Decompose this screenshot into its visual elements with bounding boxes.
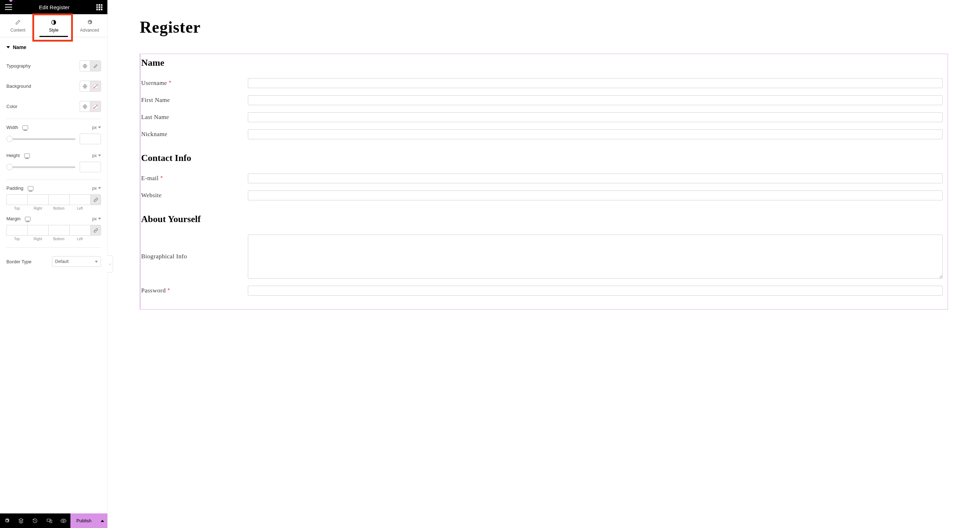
form-section: About YourselfBiographical Info Password… (140, 210, 948, 306)
editor-tabs: Content Style Advanced (0, 14, 107, 37)
preview-canvas: Register NameUsername *First Name Last N… (108, 0, 980, 528)
bottom-toolbar: Publish (0, 514, 107, 528)
unit-label: px (92, 125, 97, 130)
chevron-down-icon (95, 261, 98, 263)
globe-icon[interactable] (80, 61, 90, 71)
field-label: Last Name (141, 114, 241, 121)
padding-right-input[interactable] (27, 194, 48, 205)
height-input[interactable] (80, 162, 101, 172)
padding-left-input[interactable] (69, 194, 90, 205)
field-input[interactable] (248, 235, 943, 279)
settings-button[interactable] (0, 514, 14, 528)
form-section: Contact InfoE-mail *Website (140, 149, 948, 210)
responsive-icon[interactable] (24, 154, 30, 158)
margin-unit-selector[interactable]: px (92, 216, 101, 221)
side-label: Right (34, 237, 42, 241)
padding-unit-selector[interactable]: px (92, 186, 101, 191)
preview-button[interactable] (56, 514, 70, 528)
divider (6, 119, 101, 119)
notification-dot (9, 0, 13, 2)
color-controls (80, 101, 101, 112)
tab-advanced[interactable]: Advanced (72, 14, 107, 37)
height-slider-row (6, 160, 101, 177)
typography-controls (80, 60, 101, 71)
height-unit-selector[interactable]: px (92, 153, 101, 158)
height-row: Height px (6, 149, 101, 160)
apps-icon[interactable] (96, 4, 102, 10)
form-field: Last Name (140, 109, 948, 126)
link-values-button[interactable] (90, 225, 101, 236)
color-picker-button[interactable] (90, 101, 101, 112)
tab-style[interactable]: Style (36, 14, 72, 37)
unit-label: px (92, 153, 97, 158)
section-header-name[interactable]: Name (6, 37, 101, 56)
width-slider-row (6, 132, 101, 149)
sidebar-header: Edit Register (0, 0, 107, 14)
field-input[interactable] (248, 95, 943, 105)
publish-options-button[interactable] (97, 520, 107, 522)
color-row: Color (6, 96, 101, 117)
field-input[interactable] (248, 112, 943, 122)
field-input[interactable] (248, 286, 943, 296)
width-slider[interactable] (6, 135, 75, 143)
history-button[interactable] (28, 514, 42, 528)
form-heading: Contact Info (140, 149, 948, 170)
border-type-select[interactable]: Default (52, 256, 101, 267)
border-type-label: Border Type (6, 259, 32, 264)
navigator-button[interactable] (14, 514, 29, 528)
collapse-sidebar-button[interactable]: ‹ (107, 255, 113, 273)
margin-right-input[interactable] (27, 225, 48, 236)
padding-bottom-input[interactable] (48, 194, 69, 205)
height-slider[interactable] (6, 163, 75, 171)
border-type-row: Border Type Default (6, 250, 101, 273)
field-input[interactable] (248, 129, 943, 139)
typography-label: Typography (6, 63, 30, 68)
form-field: First Name (140, 92, 948, 109)
responsive-icon[interactable] (22, 125, 28, 130)
color-label: Color (6, 104, 18, 109)
required-marker: * (167, 287, 170, 294)
publish-button[interactable]: Publish (70, 518, 97, 523)
unit-label: px (92, 216, 97, 221)
side-label: Left (77, 206, 83, 210)
background-row: Background (6, 76, 101, 96)
responsive-button[interactable] (42, 514, 57, 528)
width-label: Width (6, 125, 18, 130)
menu-icon[interactable] (5, 4, 12, 10)
tab-content[interactable]: Content (0, 14, 36, 37)
background-controls (80, 81, 101, 92)
editor-sidebar: Edit Register Content Style Advanced Nam… (0, 0, 108, 528)
margin-top-input[interactable] (6, 225, 27, 236)
color-picker-button[interactable] (90, 81, 101, 91)
padding-top-input[interactable] (6, 194, 27, 205)
width-unit-selector[interactable]: px (92, 125, 101, 130)
field-label: Password * (141, 287, 241, 294)
register-widget[interactable]: NameUsername *First Name Last Name Nickn… (140, 54, 948, 309)
form-heading: About Yourself (140, 210, 948, 231)
side-label: Top (14, 206, 19, 210)
edit-typography-button[interactable] (90, 61, 101, 71)
form-field: Website (140, 187, 948, 204)
width-label-group: Width (6, 125, 28, 130)
globe-icon[interactable] (80, 101, 90, 112)
width-input[interactable] (80, 133, 101, 144)
globe-icon[interactable] (80, 81, 90, 91)
field-label: Biographical Info (141, 253, 241, 260)
chevron-down-icon (98, 127, 101, 128)
field-input[interactable] (248, 78, 943, 88)
style-panel: Name Typography Background (0, 37, 107, 514)
form-field: Biographical Info (140, 231, 948, 282)
contrast-icon (51, 19, 57, 25)
responsive-icon[interactable] (28, 186, 33, 190)
margin-bottom-input[interactable] (48, 225, 69, 236)
field-label: Username * (141, 79, 241, 87)
margin-left-input[interactable] (69, 225, 90, 236)
field-label: First Name (141, 97, 241, 104)
field-input[interactable] (248, 173, 943, 183)
field-input[interactable] (248, 190, 943, 200)
link-values-button[interactable] (90, 194, 101, 205)
responsive-icon[interactable] (25, 217, 30, 221)
field-label: Nickname (141, 131, 241, 138)
height-label-group: Height (6, 153, 30, 158)
field-label: E-mail * (141, 175, 241, 182)
